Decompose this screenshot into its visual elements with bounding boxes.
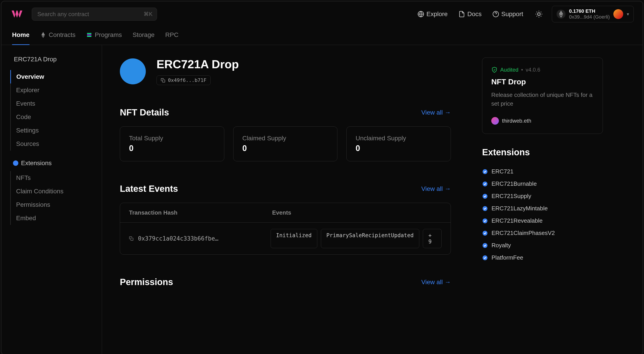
tx-hash-value: 0x379cc1a024c333b66fbe… [138,235,218,242]
nft-details-title: NFT Details [120,107,169,118]
extensions-title: Extensions [482,147,603,157]
extension-item: PlatformFee [482,251,603,264]
check-icon [482,206,488,211]
explore-link[interactable]: Explore [415,11,450,18]
copy-icon[interactable] [129,236,134,241]
extension-item: ERC721LazyMintable [482,202,603,215]
nft-details-view-all[interactable]: View all → [421,109,451,116]
author-link[interactable]: thirdweb.eth [491,117,594,125]
sun-icon [535,10,543,18]
stat-total-supply: Total Supply 0 [120,126,224,161]
sidebar-item-explorer[interactable]: Explorer [11,84,93,97]
check-icon [482,193,488,199]
arrow-right-icon: → [444,185,451,192]
sidebar-item-code[interactable]: Code [11,110,93,124]
check-icon [482,181,488,187]
contract-title: ERC721A Drop [156,58,239,71]
globe-icon [418,11,424,18]
tab-storage[interactable]: Storage [132,31,154,45]
sidebar-title: ERC721A Drop [10,56,93,63]
extension-item: ERC721Supply [482,190,603,202]
event-badge-more[interactable]: + 9 [423,229,442,248]
card-title: NFT Drop [491,77,594,86]
svg-rect-4 [87,35,92,35]
svg-point-2 [538,13,540,16]
latest-events-title: Latest Events [120,184,178,194]
ethereum-icon [40,32,46,38]
svg-rect-3 [87,33,92,34]
version-label: v4.0.6 [526,67,540,73]
check-icon [482,230,488,236]
svg-rect-6 [162,80,165,82]
events-view-all[interactable]: View all → [421,185,451,192]
permissions-title: Permissions [120,277,173,287]
events-table: Transaction Hash Events 0x379cc1a024c333… [120,203,451,255]
solana-icon [86,32,92,38]
stat-unclaimed-supply: Unclaimed Supply 0 [346,126,451,161]
col-events: Events [272,209,291,216]
shield-check-icon [491,67,498,73]
svg-rect-7 [131,238,133,241]
check-icon [482,243,488,248]
author-avatar [491,117,499,125]
theme-toggle[interactable] [535,10,543,18]
extension-item: Royalty [482,239,603,251]
arrow-right-icon: → [444,279,451,286]
sidebar-item-embed[interactable]: Embed [11,211,93,225]
tab-contracts[interactable]: Contracts [40,31,76,45]
extension-item: ERC721Burnable [482,178,603,190]
support-link[interactable]: Support [490,11,526,18]
check-icon [482,255,488,261]
sidebar-item-events[interactable]: Events [11,97,93,110]
search-shortcut: ⌘K [144,11,152,17]
wallet-address: 0x39...9d4 (Goerli) [569,14,610,20]
event-badge: Initialized [270,229,317,248]
contract-avatar [120,58,146,84]
sidebar-item-settings[interactable]: Settings [11,124,93,137]
svg-rect-5 [87,36,92,37]
audited-label: Audited [500,67,518,73]
info-card: Audited • v4.0.6 NFT Drop Release collec… [482,58,603,134]
extension-item: ERC721Revealable [482,215,603,227]
check-icon [482,169,488,175]
permissions-view-all[interactable]: View all → [421,279,451,286]
wallet-avatar [613,9,623,19]
check-icon [482,218,488,224]
logo[interactable] [10,9,26,20]
sidebar-item-nfts[interactable]: NFTs [11,171,93,185]
help-icon [492,11,499,18]
chevron-down-icon: ▾ [627,12,629,17]
tab-home[interactable]: Home [12,31,30,45]
wallet-balance: 0.1760 ETH [569,8,610,14]
sidebar-item-sources[interactable]: Sources [11,137,93,151]
stat-claimed-supply: Claimed Supply 0 [233,126,338,161]
wallet-button[interactable]: 0.1760 ETH 0x39...9d4 (Goerli) ▾ [552,6,634,22]
sidebar-section-extensions: Extensions [10,151,93,171]
tab-programs[interactable]: Programs [86,31,122,45]
card-description: Release collection of unique NFTs for a … [491,91,594,108]
col-tx-hash: Transaction Hash [129,209,272,216]
search-input[interactable] [32,8,157,21]
sidebar-item-permissions[interactable]: Permissions [11,198,93,211]
extension-item: ERC721ClaimPhasesV2 [482,227,603,239]
extension-item: ERC721 [482,165,603,178]
events-row[interactable]: 0x379cc1a024c333b66fbe… Initialized Prim… [120,223,450,254]
ethereum-icon [556,10,566,19]
docs-link[interactable]: Docs [456,11,484,18]
extension-dot-icon [13,160,18,166]
contract-address-button[interactable]: 0x49f6...b71F [156,75,211,85]
sidebar-item-claim-conditions[interactable]: Claim Conditions [11,185,93,198]
copy-icon [161,78,165,83]
event-badge: PrimarySaleRecipientUpdated [321,229,419,248]
file-icon [458,11,465,18]
sidebar-item-overview[interactable]: Overview [10,70,93,84]
tab-rpc[interactable]: RPC [165,31,178,45]
arrow-right-icon: → [444,109,451,116]
